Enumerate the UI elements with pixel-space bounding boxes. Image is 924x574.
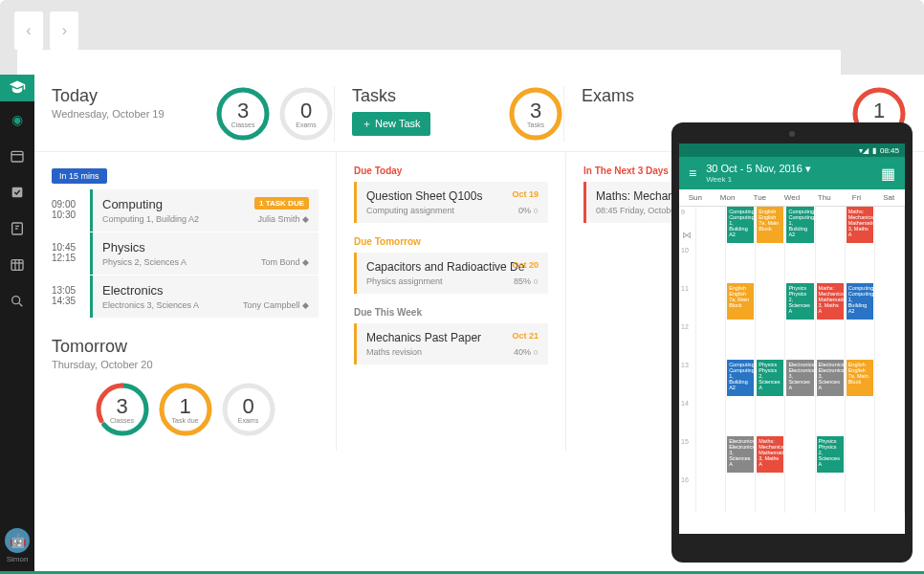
task-card[interactable]: Capacitors and Radioactive De Physics as… xyxy=(354,253,548,294)
unlink-icon[interactable]: ⋈ xyxy=(682,230,692,240)
day-header: Mon xyxy=(712,189,744,206)
tasks-icon[interactable] xyxy=(0,174,34,210)
class-card[interactable]: Physics Physics 2, Sciences A Tom Bond ◆ xyxy=(90,232,319,275)
calendar-event[interactable]: Computing Computing 1, Building A2 xyxy=(727,207,754,243)
today-date: Wednesday, October 19 xyxy=(52,108,165,120)
day-column: Computing Computing 1, Building A2Englis… xyxy=(726,207,756,513)
class-time: 09:0010:30 xyxy=(52,189,90,232)
day-header: Sun xyxy=(679,189,712,206)
avatar[interactable]: 🤖 xyxy=(5,528,30,553)
tomorrow-title: Tomorrow xyxy=(52,337,319,357)
calendar-event[interactable]: Computing Computing 1, Building A2 xyxy=(786,207,813,243)
day-header: Fri xyxy=(841,189,873,206)
calendar-event[interactable]: English English 7a, Main Block xyxy=(727,283,754,320)
app-logo[interactable] xyxy=(0,75,34,101)
today-title: Today xyxy=(52,86,165,106)
task-card[interactable]: Question Sheet Q100s Computing assignmen… xyxy=(354,182,548,223)
calendar-event[interactable]: Maths: Mechanics Mathematics 3, Maths A xyxy=(817,283,844,320)
day-header: Thu xyxy=(808,189,841,206)
time-badge: In 15 mins xyxy=(52,168,107,184)
task-due-badge: 1 TASK DUE xyxy=(254,197,309,210)
calendar-event[interactable]: Maths: Mechanics Mathematics 3, Maths A xyxy=(757,436,783,473)
tomorrow-date: Thursday, October 20 xyxy=(52,359,319,370)
android-recent-icon[interactable]: □ xyxy=(869,568,876,574)
calendar-event[interactable]: Electronics Electronics 3, Sciences A xyxy=(727,436,754,473)
svg-rect-0 xyxy=(11,151,23,162)
exams-title: Exams xyxy=(582,86,634,106)
dashboard-icon[interactable]: ◉ xyxy=(0,101,34,138)
day-header: Tue xyxy=(743,189,776,206)
day-column: Maths: Mechanics Mathematics 3, Maths AC… xyxy=(846,207,875,513)
task-section-header: Due Tomorrow xyxy=(354,236,548,247)
calendar-event[interactable]: English English 7a, Main Block xyxy=(847,360,873,396)
class-card[interactable]: 1 TASK DUE Computing Computing 1, Buildi… xyxy=(90,189,319,232)
day-column: Computing Computing 1, Building A2Physic… xyxy=(785,207,815,513)
day-column: Maths: Mechanics Mathematics 3, Maths AE… xyxy=(816,207,846,513)
calendar-event[interactable]: Electronics Electronics 3, Sciences A xyxy=(817,360,844,396)
sidebar: ◉ 🤖 Simon xyxy=(0,75,34,571)
forward-button[interactable]: › xyxy=(50,11,78,50)
android-home-icon[interactable]: ○ xyxy=(789,568,796,574)
hamburger-icon[interactable]: ≡ xyxy=(689,166,696,181)
class-time: 13:0514:35 xyxy=(52,276,90,318)
calendar-event[interactable]: Computing Computing 1, Building A2 xyxy=(727,360,754,396)
stat-ring: 0Exams xyxy=(221,382,276,437)
svg-line-9 xyxy=(19,303,22,306)
user-name: Simon xyxy=(5,555,30,563)
search-icon[interactable] xyxy=(0,283,34,320)
day-header: Wed xyxy=(776,189,808,206)
class-time: 10:4512:15 xyxy=(52,232,90,275)
calendar-event[interactable]: English English 7a, Main Block xyxy=(757,207,783,243)
day-column: English English 7a, Main BlockPhysics Ph… xyxy=(756,207,785,513)
calendar-event[interactable]: Physics Physics 2, Sciences A xyxy=(817,436,844,473)
tablet-mockup: ▾◢▮08:45 ≡ 30 Oct - 5 Nov, 2016 ▾ Week 1… xyxy=(671,122,913,563)
tablet-status-bar: ▾◢▮08:45 xyxy=(679,144,905,157)
tasks-title: Tasks xyxy=(352,86,430,106)
stat-ring: 1Task due xyxy=(158,382,213,437)
new-task-button[interactable]: ＋ New Task xyxy=(352,112,430,136)
calendar-event[interactable]: Maths: Mechanics Mathematics 3, Maths A xyxy=(847,207,873,243)
stat-ring: 3Tasks xyxy=(508,86,563,142)
task-section-header: Due Today xyxy=(354,166,548,176)
calendar-icon[interactable] xyxy=(0,138,34,174)
browser-chrome: ‹ › xyxy=(0,0,924,75)
stat-ring: 3Classes xyxy=(95,382,150,437)
day-column xyxy=(875,207,905,513)
day-header: Sat xyxy=(872,189,905,206)
exams-icon[interactable] xyxy=(0,210,34,247)
schedule-icon[interactable] xyxy=(0,247,34,283)
calendar-event[interactable]: Computing Computing 1, Building A2 xyxy=(847,283,873,320)
day-column xyxy=(696,207,726,513)
task-section-header: Due This Week xyxy=(354,307,548,318)
svg-point-8 xyxy=(12,297,20,304)
back-button[interactable]: ‹ xyxy=(14,11,43,50)
android-back-icon[interactable]: ◁ xyxy=(708,568,716,574)
class-card[interactable]: Electronics Electronics 3, Sciences A To… xyxy=(90,276,319,318)
task-card[interactable]: Mechanics Past Paper Maths revision Oct … xyxy=(354,323,548,364)
stat-ring: 0Exams xyxy=(278,86,334,142)
calendar-event[interactable]: Physics Physics 2, Sciences A xyxy=(786,283,813,320)
calendar-event[interactable]: Electronics Electronics 3, Sciences A xyxy=(786,360,813,396)
svg-rect-4 xyxy=(11,260,23,271)
svg-rect-2 xyxy=(12,188,23,198)
stat-ring: 3Classes xyxy=(215,86,271,142)
calendar-event[interactable]: Physics Physics 2, Sciences A xyxy=(757,360,783,396)
calendar-today-icon[interactable]: ▦ xyxy=(881,165,895,183)
